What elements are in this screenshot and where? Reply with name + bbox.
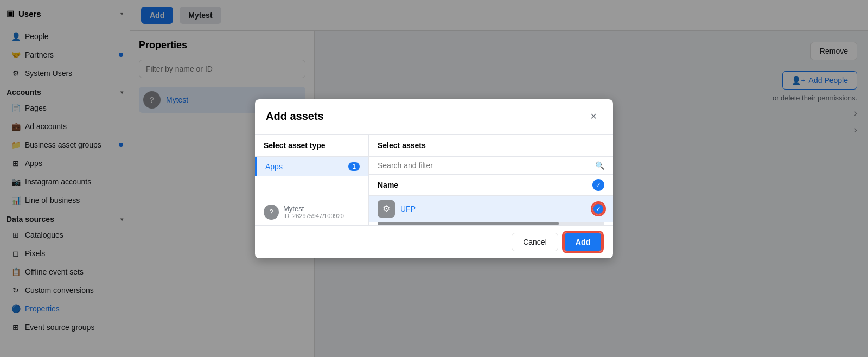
asset-type-header: Select asset type	[255, 135, 368, 157]
asset-type-panel: Select asset type Apps 1 ? Mytest I	[255, 135, 369, 225]
modal-scrollbar[interactable]	[378, 222, 604, 225]
modal-close-button[interactable]: ×	[585, 108, 602, 125]
footer-item: ? Mytest ID: 262975947/100920	[264, 205, 360, 220]
add-assets-modal: Add assets × Select asset type Apps 1 ?	[255, 99, 613, 258]
footer-avatar-icon: ?	[270, 208, 273, 216]
select-all-checkbox[interactable]: ✓	[592, 179, 604, 191]
modal-body: Select asset type Apps 1 ? Mytest I	[255, 135, 613, 225]
footer-avatar: ?	[264, 205, 279, 220]
modal-overlay: Add assets × Select asset type Apps 1 ?	[0, 0, 868, 357]
asset-list: ⚙ UFP ✓	[369, 196, 613, 222]
asset-item-ufp[interactable]: ⚙ UFP ✓	[369, 196, 613, 222]
modal-scrollbar-thumb	[378, 222, 559, 225]
cancel-button[interactable]: Cancel	[512, 233, 558, 251]
search-bar: 🔍	[369, 157, 613, 175]
search-input[interactable]	[378, 161, 591, 170]
asset-type-list: Apps 1	[255, 157, 368, 199]
asset-icon-ufp: ⚙	[378, 200, 395, 218]
modal-footer: Cancel Add	[255, 225, 613, 258]
asset-type-item-apps[interactable]: Apps 1	[255, 157, 368, 176]
asset-count-badge: 1	[348, 162, 360, 171]
select-assets-header: Select assets	[369, 135, 613, 157]
asset-type-apps-label: Apps	[265, 162, 283, 171]
name-column-header: Name	[378, 181, 398, 189]
asset-type-footer: ? Mytest ID: 262975947/100920	[255, 199, 368, 225]
modal-add-button[interactable]: Add	[564, 232, 602, 252]
asset-list-header: Name ✓	[369, 175, 613, 196]
asset-name-ufp: UFP	[400, 205, 416, 213]
asset-checkbox-ufp[interactable]: ✓	[592, 203, 604, 215]
search-icon: 🔍	[595, 161, 604, 170]
asset-item-left: ⚙ UFP	[378, 200, 416, 218]
footer-item-name: Mytest	[283, 205, 344, 213]
modal-header: Add assets ×	[255, 99, 613, 135]
footer-item-id: ID: 262975947/100920	[283, 213, 344, 219]
select-assets-panel: Select assets 🔍 Name ✓ ⚙ UFP ✓	[369, 135, 613, 225]
modal-title: Add assets	[266, 110, 324, 123]
